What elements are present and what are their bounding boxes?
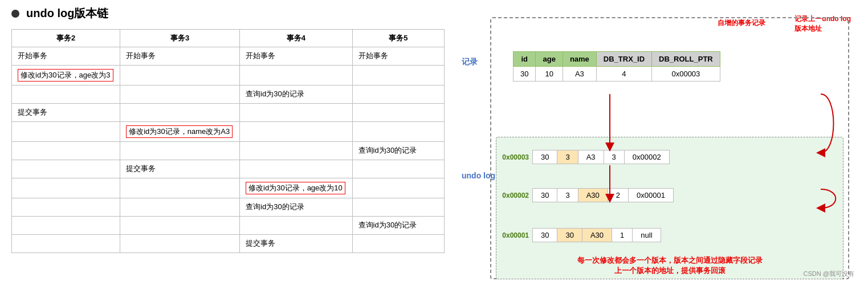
undo-data-cell: 30 [557,229,582,242]
table-cell [12,235,120,253]
table-cell: 查询id为30的记录 [240,198,352,217]
left-panel: undo log版本链 事务2 事务3 事务4 事务5 开始事务开始事务开始事务… [11,6,445,279]
undo-data-cell: 30 [533,150,557,164]
table-cell [120,85,240,104]
record-col-header: age [536,52,563,67]
table-cell [120,198,240,217]
undo-data-cell: 3 [557,189,578,202]
undo-address: 0x00001 [496,231,529,239]
table-cell [120,217,240,235]
bottom-annotation: 每一次修改都会多一个版本，版本之间通过隐藏字段记录上一个版本的地址，提供事务回滚 [490,255,849,277]
table-cell [12,217,120,235]
table-cell [240,66,352,85]
table-cell [352,122,444,142]
table-cell [120,104,240,122]
table-cell: 开始事务 [240,47,352,66]
record-label: 记录 [462,57,478,67]
col-header-t5: 事务5 [352,30,444,47]
table-cell [240,104,352,122]
record-data-cell: 10 [536,67,563,82]
undo-data-cell: 2 [608,189,628,202]
table-cell [352,160,444,178]
table-cell: 提交事务 [120,160,240,178]
undo-address: 0x00002 [496,192,529,199]
table-cell: 查询id为30的记录 [352,142,444,160]
table-cell [12,160,120,178]
undo-row: 0x000013030A301null [496,228,832,242]
table-cell: 开始事务 [12,47,120,66]
undo-data-cell: null [633,229,661,242]
table-cell [240,142,352,160]
undo-data-cell: 0x00001 [629,189,674,202]
table-cell: 开始事务 [120,47,240,66]
table-cell [352,104,444,122]
undo-data-cell: 0x00002 [624,150,669,164]
table-cell [120,178,240,198]
undo-data-table: 303A330x00002 [532,150,670,164]
table-cell [352,85,444,104]
table-cell [120,142,240,160]
table-cell [352,178,444,198]
record-table: idagenameDB_TRX_IDDB_ROLL_PTR 3010A340x0… [513,51,720,82]
undo-data-cell: 3 [557,150,578,164]
col-header-t2: 事务2 [12,30,120,47]
transaction-table: 事务2 事务3 事务4 事务5 开始事务开始事务开始事务开始事务修改id为30记… [11,29,445,253]
record-col-header: id [514,52,536,67]
record-data-cell: 0x00003 [652,67,720,82]
table-cell [240,217,352,235]
undo-data-table: 3030A301null [532,228,661,242]
record-col-header: name [563,52,596,67]
undo-data-cell: A30 [582,229,612,242]
table-cell [352,198,444,217]
table-cell [12,142,120,160]
record-data-cell: 4 [596,67,651,82]
table-cell: 修改id为30记录，age改为3 [12,66,120,85]
record-col-header: DB_TRX_ID [596,52,651,67]
table-cell: 修改id为30记录，name改为A3 [120,122,240,142]
table-cell [12,178,120,198]
table-cell [352,66,444,85]
undo-data-cell: 30 [533,189,557,202]
table-cell: 提交事务 [12,104,120,122]
page-title: undo log版本链 [26,6,108,21]
undo-row: 0x00003303A330x00002 [496,150,832,164]
record-data-cell: 30 [514,67,536,82]
undo-data-cell: 30 [533,229,557,242]
undo-row: 0x00002303A3020x00001 [496,188,832,202]
table-cell [240,122,352,142]
record-col-header: DB_ROLL_PTR [652,52,720,67]
table-cell [12,198,120,217]
table-cell: 查询id为30的记录 [240,85,352,104]
table-cell [352,235,444,253]
col-header-t3: 事务3 [120,30,240,47]
table-cell: 开始事务 [352,47,444,66]
table-cell [120,66,240,85]
record-data-cell: A3 [563,67,596,82]
watermark: CSDN @我可没有 [804,270,854,278]
undo-address: 0x00003 [496,153,529,161]
bullet-icon [11,10,19,18]
table-cell [120,235,240,253]
table-cell: 修改id为30记录，age改为10 [240,178,352,198]
table-cell: 查询id为30的记录 [352,217,444,235]
table-cell [12,122,120,142]
table-cell: 提交事务 [240,235,352,253]
right-panel: 自增的事务记录 记录上一undo log版本地址 记录 idagenameDB_… [462,6,857,279]
col-header-t4: 事务4 [240,30,352,47]
undo-data-cell: A30 [578,189,608,202]
table-cell [12,85,120,104]
title-row: undo log版本链 [11,6,445,21]
record-table-wrap: idagenameDB_TRX_IDDB_ROLL_PTR 3010A340x0… [513,51,720,82]
table-cell [240,160,352,178]
undo-data-cell: 3 [604,150,624,164]
undo-data-cell: A3 [578,150,604,164]
undo-data-table: 303A3020x00001 [532,188,674,202]
undo-data-cell: 1 [612,229,633,242]
undo-log-label: undo log [462,171,495,180]
